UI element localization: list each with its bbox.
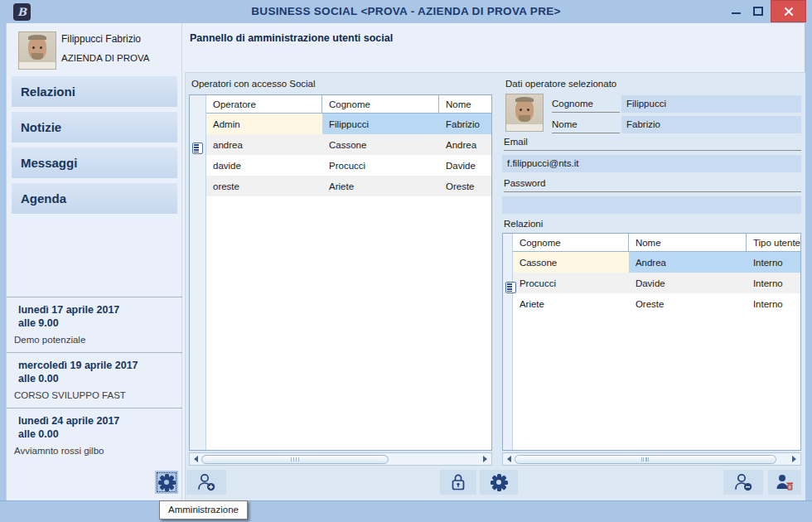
operators-hscrollbar[interactable] bbox=[189, 452, 492, 466]
event-description: Avviamnto rossi gilbo bbox=[14, 446, 179, 456]
row-selector-gutter bbox=[190, 95, 206, 450]
table-header: Cognome Nome Tipo utente bbox=[513, 234, 800, 252]
table-row[interactable]: davide Procucci Davide bbox=[206, 155, 491, 176]
cell-tipo-utente[interactable]: Interno bbox=[747, 252, 800, 273]
cell-nome[interactable]: Fabrizio bbox=[439, 114, 491, 134]
column-header[interactable]: Nome bbox=[629, 234, 747, 251]
cognome-field[interactable]: Filippucci bbox=[621, 95, 801, 113]
password-label: Password bbox=[504, 178, 801, 192]
delete-user-button[interactable] bbox=[768, 470, 801, 495]
row-selector-gutter bbox=[503, 234, 513, 450]
window-title: BUSINESS SOCIAL <PROVA - AZIENDA DI PROV… bbox=[0, 0, 812, 23]
minimize-button[interactable] bbox=[729, 5, 744, 18]
column-header[interactable]: Nome bbox=[439, 95, 491, 113]
admin-panel: Operatori con accesso Social Operatore C… bbox=[185, 72, 805, 500]
cell-cognome[interactable]: Filippucci bbox=[322, 114, 439, 134]
cell-cognome[interactable]: Ariete bbox=[513, 293, 629, 314]
operators-table: Operatore Cognome Nome Admin Filippucci … bbox=[189, 94, 492, 451]
scrollbar-thumb[interactable] bbox=[515, 455, 776, 464]
cell-cognome[interactable]: Procucci bbox=[513, 273, 629, 293]
relazioni-hscrollbar[interactable] bbox=[502, 452, 801, 466]
table-row[interactable]: andrea Cassone Andrea bbox=[206, 134, 491, 155]
scroll-left-arrow[interactable] bbox=[190, 453, 201, 465]
scroll-right-arrow[interactable] bbox=[788, 453, 800, 465]
operators-label: Operatori con accesso Social bbox=[191, 79, 316, 89]
cell-nome[interactable]: Oreste bbox=[629, 293, 747, 314]
event-date: mercoledì 19 aprile 2017 bbox=[18, 359, 179, 372]
page-title: Pannello di amministrazione utenti socia… bbox=[190, 32, 393, 44]
cell-cognome[interactable]: Cassone bbox=[513, 252, 629, 273]
cell-tipo-utente[interactable]: Interno bbox=[747, 273, 800, 293]
relazioni-table: Cognome Nome Tipo utente Cassone Andrea … bbox=[502, 233, 801, 451]
cell-cognome[interactable]: Ariete bbox=[322, 176, 439, 196]
person-delete-icon bbox=[774, 471, 795, 493]
cell-nome[interactable]: Davide bbox=[439, 155, 491, 176]
lock-icon bbox=[447, 471, 469, 493]
email-field[interactable]: f.filippucci@nts.it bbox=[502, 155, 801, 172]
remove-user-button[interactable] bbox=[723, 470, 763, 495]
cognome-label: Cognome bbox=[552, 99, 620, 113]
sidebar-item-notizie[interactable]: Notizie bbox=[12, 112, 177, 143]
event-date: lunedì 24 aprile 2017 bbox=[18, 414, 179, 428]
event-time: alle 0.00 bbox=[18, 428, 179, 441]
agenda-event[interactable]: mercoledì 19 aprile 2017 alle 0.00 CORSO… bbox=[7, 352, 182, 408]
content-area: Filippucci Fabrizio AZIENDA DI PROVA Rel… bbox=[6, 23, 805, 500]
cell-operatore[interactable]: Admin bbox=[206, 114, 322, 134]
sidebar-item-agenda[interactable]: Agenda bbox=[12, 183, 177, 214]
cell-operatore[interactable]: davide bbox=[206, 155, 322, 176]
event-description: CORSO SVILUPPO FAST bbox=[14, 390, 179, 400]
cell-cognome[interactable]: Cassone bbox=[322, 134, 439, 155]
cell-nome[interactable]: Oreste bbox=[439, 176, 491, 196]
scroll-right-arrow[interactable] bbox=[479, 453, 491, 465]
cell-nome[interactable]: Andrea bbox=[629, 252, 747, 273]
email-label: Email bbox=[504, 137, 801, 151]
cell-tipo-utente[interactable]: Interno bbox=[747, 293, 800, 314]
table-row[interactable]: Procucci Davide Interno bbox=[513, 273, 800, 293]
cell-nome[interactable]: Andrea bbox=[439, 134, 491, 155]
user-name: Filippucci Fabrizio bbox=[61, 33, 141, 45]
column-header[interactable]: Cognome bbox=[322, 95, 439, 113]
table-header: Operatore Cognome Nome bbox=[206, 95, 491, 114]
company-name: AZIENDA DI PROVA bbox=[61, 53, 150, 63]
table-row[interactable]: Cassone Andrea Interno bbox=[513, 252, 800, 273]
lock-button[interactable] bbox=[440, 470, 476, 495]
event-time: alle 9.00 bbox=[18, 317, 179, 330]
column-header[interactable]: Cognome bbox=[513, 234, 629, 251]
sidebar: Filippucci Fabrizio AZIENDA DI PROVA Rel… bbox=[7, 23, 182, 500]
minimize-icon bbox=[732, 12, 741, 14]
column-header[interactable]: Operatore bbox=[206, 95, 322, 113]
table-row[interactable]: oreste Ariete Oreste bbox=[206, 176, 491, 196]
cell-cognome[interactable]: Procucci bbox=[322, 155, 439, 176]
table-row[interactable]: Ariete Oreste Interno bbox=[513, 293, 800, 314]
nome-label: Nome bbox=[552, 119, 620, 133]
event-date: lunedì 17 aprile 2017 bbox=[18, 303, 179, 317]
cell-operatore[interactable]: oreste bbox=[206, 176, 322, 196]
sidebar-item-messaggi[interactable]: Messaggi bbox=[12, 147, 177, 178]
sidebar-item-relazioni[interactable]: Relazioni bbox=[12, 76, 177, 107]
gear-icon bbox=[491, 474, 508, 491]
cell-operatore[interactable]: andrea bbox=[206, 134, 322, 155]
cell-nome[interactable]: Davide bbox=[629, 273, 747, 293]
event-time: alle 0.00 bbox=[18, 372, 179, 385]
column-header[interactable]: Tipo utente bbox=[747, 234, 800, 251]
agenda-events: lunedì 17 aprile 2017 alle 9.00 Demo pot… bbox=[7, 297, 182, 463]
add-user-button[interactable] bbox=[186, 470, 226, 495]
scroll-left-arrow[interactable] bbox=[503, 453, 515, 465]
maximize-icon bbox=[753, 7, 763, 16]
gear-icon bbox=[158, 474, 176, 491]
admin-button[interactable] bbox=[155, 471, 178, 494]
table-row[interactable]: Admin Filippucci Fabrizio bbox=[206, 114, 491, 134]
person-remove-icon bbox=[732, 471, 754, 493]
detail-label: Dati operatore selezionato bbox=[505, 79, 616, 89]
user-avatar bbox=[18, 31, 56, 70]
datasheet-icon bbox=[192, 143, 203, 154]
password-field[interactable] bbox=[502, 196, 801, 214]
settings-button[interactable] bbox=[480, 470, 518, 495]
maximize-button[interactable] bbox=[751, 5, 766, 18]
app-window: B BUSINESS SOCIAL <PROVA - AZIENDA DI PR… bbox=[0, 0, 812, 522]
agenda-event[interactable]: lunedì 24 aprile 2017 alle 0.00 Avviamnt… bbox=[7, 408, 182, 463]
agenda-event[interactable]: lunedì 17 aprile 2017 alle 9.00 Demo pot… bbox=[7, 297, 182, 352]
nome-field[interactable]: Fabrizio bbox=[621, 116, 801, 133]
close-button[interactable] bbox=[771, 0, 806, 22]
scrollbar-thumb[interactable] bbox=[201, 455, 389, 464]
